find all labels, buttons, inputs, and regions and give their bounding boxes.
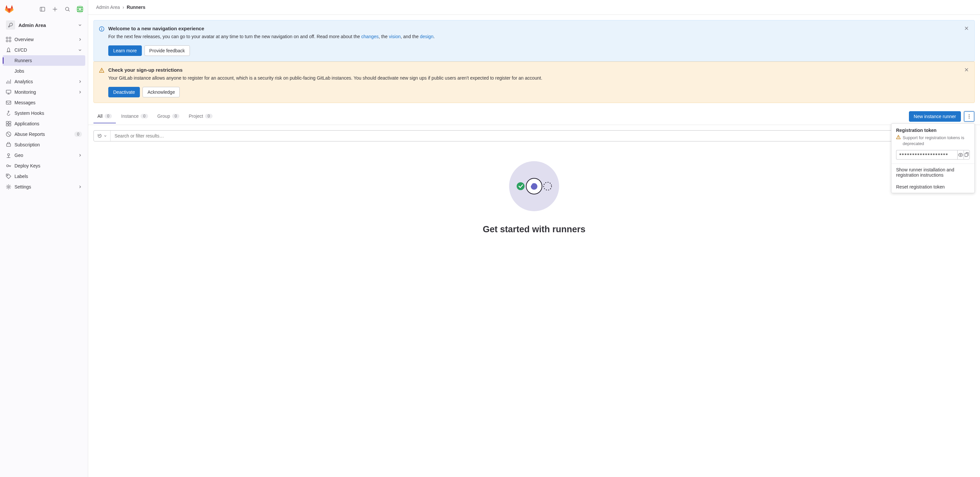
sidebar-top [0, 0, 88, 18]
svg-rect-7 [9, 40, 11, 42]
svg-point-24 [969, 116, 970, 117]
sidebar-item-messages[interactable]: Messages [3, 97, 85, 108]
breadcrumb-admin-area[interactable]: Admin Area [96, 5, 120, 10]
svg-rect-10 [6, 121, 8, 123]
sidebar-subitem-runners[interactable]: Runners [3, 55, 85, 66]
sidebar-item-label: Analytics [14, 79, 75, 84]
sidebar: Admin Area OverviewCI/CDRunnersJobsAnaly… [0, 0, 88, 477]
chevron-right-icon [78, 38, 82, 41]
svg-rect-13 [9, 124, 11, 126]
sidebar-item-label: Settings [14, 184, 75, 189]
breadcrumb-separator: › [123, 5, 124, 10]
reveal-token-button[interactable] [957, 150, 964, 159]
sidebar-item-overview[interactable]: Overview [3, 34, 85, 45]
runner-actions-menu-button[interactable] [964, 111, 975, 122]
close-icon [964, 25, 969, 31]
sidebar-item-label: Abuse Reports [14, 132, 71, 137]
svg-point-29 [517, 182, 525, 190]
close-info-alert-button[interactable] [964, 25, 969, 31]
svg-rect-4 [6, 37, 8, 39]
tab-instance[interactable]: Instance0 [117, 110, 152, 123]
sidebar-item-applications[interactable]: Applications [3, 118, 85, 129]
empty-state: Get started with runners [88, 142, 980, 254]
svg-rect-8 [6, 90, 11, 93]
copy-token-button[interactable] [964, 150, 970, 159]
sidebar-item-label: Geo [14, 153, 75, 158]
gitlab-logo[interactable] [3, 3, 16, 16]
context-title: Admin Area [18, 22, 78, 28]
sidebar-item-settings[interactable]: Settings [3, 181, 85, 192]
svg-point-17 [6, 165, 8, 167]
sidebar-item-ci-cd[interactable]: CI/CD [3, 45, 85, 55]
popover-title: Registration token [896, 128, 970, 133]
sidebar-item-subscription[interactable]: Subscription [3, 140, 85, 150]
sidebar-item-label: Labels [14, 174, 82, 179]
tabs-row: All0Instance0Group0Project0 New instance… [88, 108, 980, 125]
search-icon [65, 6, 70, 12]
sidebar-item-label: Applications [14, 121, 82, 126]
sidebar-item-geo[interactable]: Geo [3, 150, 85, 161]
close-icon [964, 67, 969, 72]
reset-token-link[interactable]: Reset registration token [891, 181, 974, 193]
tab-label: Group [157, 113, 170, 119]
search-button[interactable] [62, 4, 73, 14]
key-icon [6, 163, 11, 169]
token-icon [6, 142, 11, 147]
sidebar-subitem-label: Runners [14, 58, 82, 63]
sidebar-item-deploy-keys[interactable]: Deploy Keys [3, 161, 85, 171]
chevron-down-icon [103, 134, 107, 137]
svg-rect-15 [6, 144, 11, 146]
collapse-sidebar-button[interactable] [37, 4, 48, 14]
chart-icon [6, 79, 11, 84]
svg-point-31 [544, 182, 552, 190]
badge: 0 [74, 132, 82, 137]
tab-project[interactable]: Project0 [185, 110, 216, 123]
warning-icon [99, 68, 104, 73]
label-icon [6, 174, 11, 179]
user-avatar[interactable] [75, 4, 85, 14]
filter-input[interactable] [111, 130, 974, 141]
close-warn-alert-button[interactable] [964, 67, 969, 72]
tab-count: 0 [105, 114, 112, 118]
sidebar-item-label: Messages [14, 100, 82, 105]
empty-illustration [509, 161, 559, 211]
design-link[interactable]: design [420, 34, 433, 39]
recent-searches-button[interactable] [94, 130, 111, 141]
registration-token-field[interactable] [896, 150, 957, 159]
sidebar-subitem-jobs[interactable]: Jobs [3, 66, 85, 76]
copy-icon [964, 152, 969, 157]
deactivate-button[interactable]: Deactivate [108, 87, 140, 97]
chevron-right-icon [78, 90, 82, 94]
sidebar-item-system-hooks[interactable]: System Hooks [3, 108, 85, 118]
geo-icon [6, 153, 11, 158]
create-new-button[interactable] [50, 4, 60, 14]
sidebar-item-monitoring[interactable]: Monitoring [3, 87, 85, 97]
sidebar-item-label: Deploy Keys [14, 163, 82, 169]
svg-rect-11 [9, 121, 11, 123]
sidebar-item-labels[interactable]: Labels [3, 171, 85, 181]
sidebar-subitem-label: Jobs [14, 68, 82, 74]
tanuki-icon [5, 5, 13, 13]
acknowledge-button[interactable]: Acknowledge [143, 87, 180, 97]
tab-label: All [97, 113, 103, 119]
learn-more-button[interactable]: Learn more [108, 45, 142, 56]
context-header[interactable]: Admin Area [3, 18, 85, 32]
empty-title: Get started with runners [483, 224, 585, 235]
sidebar-item-abuse-reports[interactable]: Abuse Reports0 [3, 129, 85, 140]
alert-warn-text: Your GitLab instance allows anyone to re… [108, 75, 969, 81]
provide-feedback-button[interactable]: Provide feedback [145, 45, 190, 56]
vision-link[interactable]: vision [389, 34, 401, 39]
tab-group[interactable]: Group0 [153, 110, 184, 123]
chevron-down-icon [78, 48, 82, 52]
svg-point-21 [101, 28, 102, 28]
popover-deprecation-warning: Support for registration tokens is depre… [896, 135, 970, 147]
svg-point-16 [8, 154, 10, 156]
changes-link[interactable]: changes [361, 34, 379, 39]
tab-all[interactable]: All0 [94, 110, 116, 123]
sidebar-item-analytics[interactable]: Analytics [3, 76, 85, 87]
show-install-instructions-link[interactable]: Show runner installation and registratio… [891, 164, 974, 181]
tab-count: 0 [172, 114, 180, 118]
monitor-icon [6, 89, 11, 95]
new-instance-runner-button[interactable]: New instance runner [909, 111, 961, 122]
alert-warn-title: Check your sign-up restrictions [108, 67, 969, 73]
